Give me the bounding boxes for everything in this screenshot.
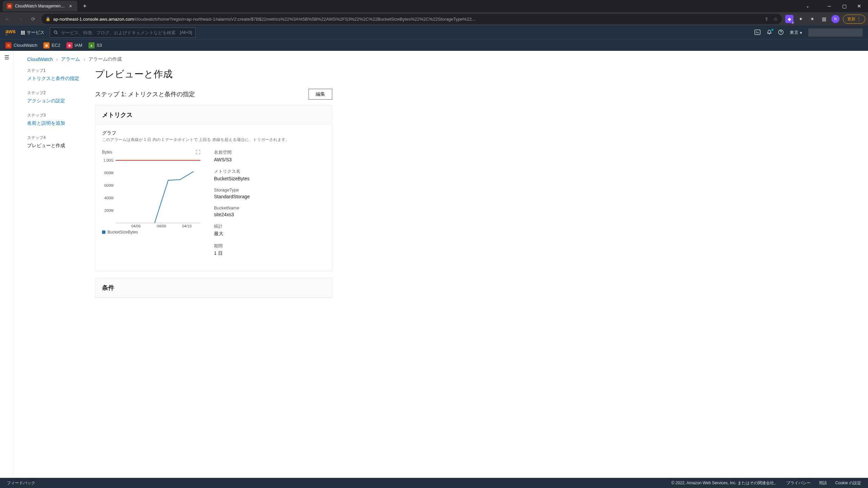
detail-label: 統計 xyxy=(214,223,325,229)
bookmark-star-icon[interactable]: ☆ xyxy=(773,16,778,22)
service-link-ec2[interactable]: ▣EC2 xyxy=(43,42,60,48)
svg-text:04/08: 04/08 xyxy=(157,224,166,227)
wizard-steps-nav: ステップ1 メトリクスと条件の指定 ステップ2 アクションの設定 ステップ3 名… xyxy=(27,68,81,157)
aws-search-box[interactable]: [Alt+S] xyxy=(50,27,196,38)
detail-value: AWS/S3 xyxy=(214,157,325,162)
detail-statistic: 統計 最大 xyxy=(214,223,325,237)
page-title: プレビューと作成 xyxy=(95,68,332,81)
legend-swatch xyxy=(102,230,105,234)
service-link-cloudwatch[interactable]: ◷CloudWatch xyxy=(5,42,37,48)
step-label: アクションの設定 xyxy=(27,97,81,104)
detail-value: 1 日 xyxy=(214,250,325,257)
service-favorites-nav: ◷CloudWatch ▣EC2 ◉IAM ▲S3 xyxy=(0,39,868,51)
sidebar-toggle-button[interactable]: ☰ xyxy=(0,51,14,478)
help-icon[interactable] xyxy=(778,29,784,36)
grid-icon xyxy=(21,31,25,35)
detail-label: メトリクス名 xyxy=(214,168,325,175)
step-number: ステップ4 xyxy=(27,135,81,141)
breadcrumb-current: アラームの作成 xyxy=(88,56,122,62)
metrics-chart: 1.00G 800M 600M 400M 200M xyxy=(102,156,200,227)
extensions-puzzle-icon[interactable]: ✴ xyxy=(808,15,816,23)
svg-text:04/06: 04/06 xyxy=(131,224,141,227)
step-number: ステップ3 xyxy=(27,113,81,118)
copyright-text: © 2022, Amazon Web Services, Inc. またはその関… xyxy=(671,480,778,486)
cloudshell-icon[interactable] xyxy=(754,29,761,36)
services-label: サービス xyxy=(27,29,44,36)
edit-button[interactable]: 編集 xyxy=(309,89,332,100)
svg-text:800M: 800M xyxy=(104,171,114,175)
aws-search-input[interactable] xyxy=(61,30,177,35)
s3-icon: ▲ xyxy=(88,42,95,48)
side-panel-icon[interactable]: ▥ xyxy=(820,15,828,23)
detail-storage-type: StorageType StandardStorage xyxy=(214,187,325,199)
new-tab-button[interactable]: + xyxy=(80,1,90,11)
panel-title: メトリクス xyxy=(102,111,325,119)
graph-description: このアラームは青線が 1 日 内の 1 データポイントで 上回る 赤線を超える場… xyxy=(102,137,325,143)
privacy-link[interactable]: プライバシー xyxy=(786,480,811,486)
region-selector[interactable]: 東京 ▾ xyxy=(790,29,802,36)
account-menu[interactable] xyxy=(808,28,863,37)
services-menu-button[interactable]: サービス xyxy=(21,29,44,36)
detail-period: 期間 1 日 xyxy=(214,243,325,257)
browser-back-button[interactable]: ← xyxy=(3,14,12,24)
share-icon[interactable]: ⇪ xyxy=(765,16,769,22)
wizard-step-3[interactable]: ステップ3 名前と説明を追加 xyxy=(27,113,81,127)
step-label: メトリクスと条件の指定 xyxy=(27,75,81,82)
service-link-iam[interactable]: ◉IAM xyxy=(66,42,82,48)
ec2-icon: ▣ xyxy=(43,42,50,48)
svg-text:04/10: 04/10 xyxy=(182,224,192,227)
terms-link[interactable]: 用語 xyxy=(819,480,827,486)
svg-line-1 xyxy=(57,33,58,35)
svg-point-0 xyxy=(54,31,57,34)
detail-label: BucketName xyxy=(214,205,325,210)
section-title: ステップ 1: メトリクスと条件の指定 xyxy=(95,90,195,98)
notifications-bell-icon[interactable] xyxy=(767,29,772,36)
extension-icon[interactable]: ◆9 xyxy=(785,15,793,23)
extension-icon[interactable]: ✦ xyxy=(797,15,805,23)
expand-chart-icon[interactable]: ⛶ xyxy=(196,149,200,155)
tab-title: CloudWatch Management Cons xyxy=(15,4,65,8)
window-close-icon[interactable]: ✕ xyxy=(853,1,865,11)
detail-label: 期間 xyxy=(214,243,325,249)
service-link-s3[interactable]: ▲S3 xyxy=(88,42,102,48)
profile-avatar[interactable]: h xyxy=(831,15,840,23)
window-minimize-icon[interactable]: ─ xyxy=(823,1,835,11)
detail-label: StorageType xyxy=(214,187,325,192)
chart-legend: BucketSizeBytes xyxy=(102,230,200,235)
aws-logo[interactable]: aws⌣ xyxy=(5,29,16,36)
footer: フィードバック © 2022, Amazon Web Services, Inc… xyxy=(0,478,868,488)
detail-value: StandardStorage xyxy=(214,194,325,199)
cloudwatch-icon: ◷ xyxy=(5,42,12,48)
feedback-link[interactable]: フィードバック xyxy=(7,480,35,486)
lock-icon: 🔒 xyxy=(45,17,51,21)
detail-label: 名前空間 xyxy=(214,149,325,156)
step-label: プレビューと作成 xyxy=(27,142,81,149)
tab-close-icon[interactable]: × xyxy=(68,3,73,9)
browser-forward-button[interactable]: → xyxy=(16,14,25,24)
breadcrumb-link[interactable]: CloudWatch xyxy=(27,57,53,62)
browser-update-button[interactable]: 更新⋮ xyxy=(843,15,865,24)
tabs-dropdown-icon[interactable]: ⌄ xyxy=(802,1,814,11)
metrics-panel: メトリクス グラフ このアラームは青線が 1 日 内の 1 データポイントで 上… xyxy=(95,105,332,271)
tab-favicon: ◷ xyxy=(7,3,12,9)
browser-reload-button[interactable]: ⟳ xyxy=(28,14,38,24)
breadcrumb: CloudWatch › アラーム › アラームの作成 xyxy=(27,56,854,62)
browser-tab[interactable]: ◷ CloudWatch Management Cons × xyxy=(3,1,77,12)
breadcrumb-link[interactable]: アラーム xyxy=(61,56,80,62)
window-maximize-icon[interactable]: ▢ xyxy=(838,1,850,11)
cookie-settings-link[interactable]: Cookie の設定 xyxy=(835,480,861,486)
wizard-step-1[interactable]: ステップ1 メトリクスと条件の指定 xyxy=(27,68,81,82)
graph-label: グラフ xyxy=(102,130,325,136)
chart-y-title: Bytes xyxy=(102,150,112,155)
chevron-right-icon: › xyxy=(56,57,58,62)
iam-icon: ◉ xyxy=(66,42,73,48)
detail-value: 最大 xyxy=(214,231,325,237)
detail-bucket-name: BucketName site24xs3 xyxy=(214,205,325,217)
url-bar[interactable]: 🔒 ap-northeast-1.console.aws.amazon.com/… xyxy=(41,14,782,24)
step-label: 名前と説明を追加 xyxy=(27,120,81,127)
chevron-right-icon: › xyxy=(83,57,85,62)
svg-text:400M: 400M xyxy=(104,196,114,200)
wizard-step-2[interactable]: ステップ2 アクションの設定 xyxy=(27,90,81,104)
svg-text:600M: 600M xyxy=(104,183,114,187)
svg-text:1.00G: 1.00G xyxy=(103,158,114,162)
